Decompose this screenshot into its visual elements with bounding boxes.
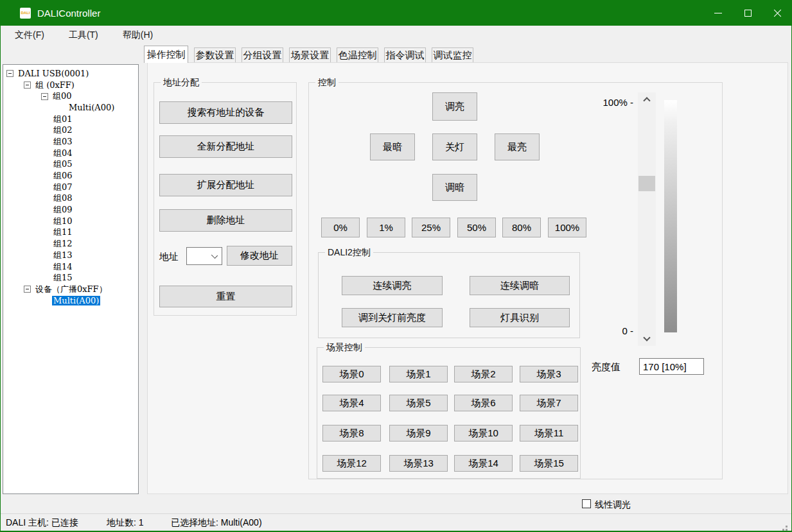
scene-12-button[interactable]: 场景12 bbox=[322, 455, 381, 472]
tree-item-label: 组09 bbox=[52, 204, 74, 216]
brighten-button[interactable]: 调亮 bbox=[432, 92, 477, 121]
tree-item-group00[interactable]: 组00 bbox=[3, 90, 138, 102]
menu-help[interactable]: 帮助(H) bbox=[115, 27, 161, 44]
tree-item-group06[interactable]: 组06 bbox=[3, 170, 138, 182]
tree-item-group14[interactable]: 组14 bbox=[3, 261, 138, 273]
tab-operation-control[interactable]: 操作控制 bbox=[144, 46, 188, 63]
tree-item-multi-a00-selected[interactable]: Multi(A00) bbox=[3, 295, 138, 307]
continuous-dim-button[interactable]: 连续调暗 bbox=[470, 276, 570, 295]
scene-8-button[interactable]: 场景8 bbox=[322, 425, 381, 442]
maximum-brightness-button[interactable]: 最亮 bbox=[495, 133, 540, 160]
maximize-button[interactable] bbox=[733, 0, 762, 26]
tree-item-device-broadcast[interactable]: 设备（广播0xFF） bbox=[3, 284, 138, 295]
tree-item-group13[interactable]: 组13 bbox=[3, 250, 138, 261]
tree-item-group09[interactable]: 组09 bbox=[3, 204, 138, 216]
scene-14-button[interactable]: 场景14 bbox=[454, 455, 513, 472]
scene-control-group: 场景控制 场景0 场景1 场景2 场景3 场景4 场景5 场景6 场景7 场景8… bbox=[317, 347, 581, 479]
tree-item-label: 组03 bbox=[52, 136, 74, 148]
percent-0-button[interactable]: 0% bbox=[321, 218, 360, 237]
titlebar: DALI DALIController bbox=[0, 0, 792, 26]
statusbar: DALI 主机: 已连接 地址数: 1 已选择地址: Multi(A00) bbox=[1, 513, 791, 531]
scene-7-button[interactable]: 场景7 bbox=[520, 395, 578, 411]
tree-item-group10[interactable]: 组10 bbox=[3, 216, 138, 227]
tab-color-temp-control[interactable]: 色温控制 bbox=[337, 47, 378, 63]
menu-tools[interactable]: 工具(T) bbox=[61, 27, 106, 44]
collapse-icon[interactable] bbox=[24, 286, 31, 293]
scene-15-button[interactable]: 场景15 bbox=[520, 455, 578, 472]
tree-item-group-root[interactable]: 组 (0xFF) bbox=[3, 80, 138, 91]
scrollbar-thumb[interactable] bbox=[638, 176, 655, 191]
percent-80-button[interactable]: 80% bbox=[502, 218, 541, 237]
tree-item-label: 组 (0xFF) bbox=[34, 80, 76, 91]
scene-1-button[interactable]: 场景1 bbox=[389, 366, 448, 382]
minimize-button[interactable] bbox=[703, 0, 733, 26]
lamp-off-button[interactable]: 关灯 bbox=[432, 133, 477, 160]
scene-5-button[interactable]: 场景5 bbox=[389, 395, 448, 411]
device-tree: DALI USB(0001) 组 (0xFF) 组00 Multi(A00) 组… bbox=[3, 64, 139, 494]
scene-6-button[interactable]: 场景6 bbox=[454, 395, 513, 411]
tree-item-label: 组14 bbox=[52, 261, 74, 273]
extend-assign-addresses-button[interactable]: 扩展分配地址 bbox=[159, 174, 292, 196]
percent-50-button[interactable]: 50% bbox=[457, 218, 496, 237]
collapse-icon[interactable] bbox=[41, 93, 48, 100]
resize-grip[interactable] bbox=[786, 526, 788, 528]
tree-item-dali-usb[interactable]: DALI USB(0001) bbox=[3, 68, 138, 80]
continuous-brighten-button[interactable]: 连续调亮 bbox=[342, 276, 443, 295]
collapse-icon[interactable] bbox=[24, 82, 31, 89]
percent-25-button[interactable]: 25% bbox=[412, 218, 450, 237]
search-addressed-devices-button[interactable]: 搜索有地址的设备 bbox=[159, 101, 292, 124]
tree-item-group15[interactable]: 组15 bbox=[3, 272, 138, 284]
brightness-scrollbar[interactable] bbox=[638, 92, 656, 346]
scene-2-button[interactable]: 场景2 bbox=[454, 366, 513, 382]
scene-0-button[interactable]: 场景0 bbox=[322, 366, 381, 382]
scene-10-button[interactable]: 场景10 bbox=[454, 425, 513, 442]
tab-parameter-settings[interactable]: 参数设置 bbox=[194, 47, 236, 63]
delete-address-button[interactable]: 删除地址 bbox=[159, 209, 292, 232]
scene-3-button[interactable]: 场景3 bbox=[520, 366, 578, 382]
dim-button[interactable]: 调暗 bbox=[432, 174, 477, 201]
tree-item-multi-a00[interactable]: Multi(A00) bbox=[3, 102, 138, 114]
brightness-value-field[interactable]: 170 [10%] bbox=[639, 358, 704, 375]
tree-item-label: 组11 bbox=[52, 227, 74, 238]
recall-last-level-button[interactable]: 调到关灯前亮度 bbox=[342, 308, 443, 327]
address-combobox[interactable] bbox=[186, 247, 222, 265]
tree-item-label: Multi(A00) bbox=[67, 103, 116, 112]
linear-dimming-checkbox[interactable] bbox=[582, 499, 591, 508]
tree-item-group04[interactable]: 组04 bbox=[3, 148, 138, 159]
tree-item-group02[interactable]: 组02 bbox=[3, 124, 138, 136]
lamp-identify-button[interactable]: 灯具识别 bbox=[470, 308, 570, 327]
tree-item-label: 组15 bbox=[52, 272, 74, 284]
tree-item-group08[interactable]: 组08 bbox=[3, 193, 138, 205]
percent-1-button[interactable]: 1% bbox=[367, 218, 405, 237]
close-icon bbox=[773, 9, 782, 17]
tree-item-group07[interactable]: 组07 bbox=[3, 182, 138, 193]
reset-button[interactable]: 重置 bbox=[159, 286, 292, 307]
scroll-up-button[interactable] bbox=[638, 92, 656, 105]
dali2-control-group: DALI2控制 连续调亮 连续调暗 调到关灯前亮度 灯具识别 bbox=[318, 252, 580, 338]
tab-command-debug[interactable]: 指令调试 bbox=[384, 47, 426, 63]
tab-debug-monitor[interactable]: 调试监控 bbox=[432, 47, 473, 63]
menu-file[interactable]: 文件(F) bbox=[7, 27, 52, 44]
minimize-icon bbox=[714, 13, 722, 13]
percent-100-button[interactable]: 100% bbox=[548, 218, 586, 237]
minimum-brightness-button[interactable]: 最暗 bbox=[370, 133, 415, 160]
tree-item-group11[interactable]: 组11 bbox=[3, 227, 138, 239]
scene-13-button[interactable]: 场景13 bbox=[389, 455, 448, 472]
tree-item-group01[interactable]: 组01 bbox=[3, 114, 138, 125]
scene-9-button[interactable]: 场景9 bbox=[389, 425, 448, 442]
tree-item-group05[interactable]: 组05 bbox=[3, 159, 138, 171]
tab-grouping-settings[interactable]: 分组设置 bbox=[242, 47, 283, 63]
tree-item-label: 组02 bbox=[52, 124, 74, 136]
address-assignment-group: 地址分配 搜索有地址的设备 全新分配地址 扩展分配地址 删除地址 地址 修改地址… bbox=[154, 82, 297, 316]
scroll-down-button[interactable] bbox=[638, 333, 656, 346]
tree-item-group03[interactable]: 组03 bbox=[3, 136, 138, 148]
modify-address-button[interactable]: 修改地址 bbox=[227, 246, 292, 266]
tree-item-group12[interactable]: 组12 bbox=[3, 238, 138, 250]
assign-new-addresses-button[interactable]: 全新分配地址 bbox=[159, 135, 292, 158]
tab-scene-settings[interactable]: 场景设置 bbox=[289, 47, 331, 63]
scene-4-button[interactable]: 场景4 bbox=[322, 395, 381, 411]
collapse-icon[interactable] bbox=[6, 70, 13, 77]
close-button[interactable] bbox=[762, 0, 792, 26]
scene-11-button[interactable]: 场景11 bbox=[520, 425, 578, 442]
status-selected-address: 已选择地址: Multi(A00) bbox=[171, 517, 262, 529]
